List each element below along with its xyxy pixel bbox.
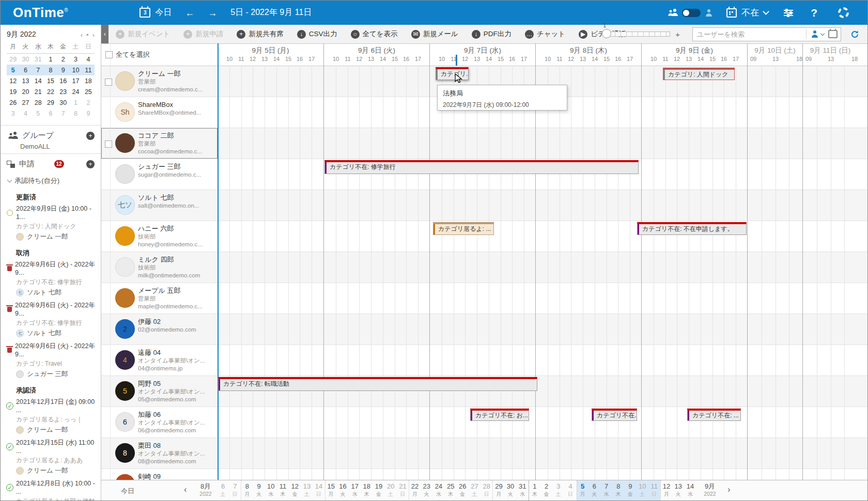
mini-calendar-day[interactable]: 28 (32, 99, 44, 106)
mini-calendar-prev[interactable]: ‹ (81, 31, 83, 39)
bottom-date-cell[interactable]: 8 木 (612, 480, 624, 501)
bottom-date-cell[interactable]: 21 日 (397, 480, 409, 501)
mini-calendar-day[interactable]: 4 (19, 110, 32, 117)
bottom-date-cell[interactable]: 12 金 (289, 480, 301, 501)
new-request[interactable]: + 新規申請 (183, 29, 223, 39)
mini-calendar-next[interactable]: › (92, 31, 95, 39)
bottom-date-cell[interactable]: 10 土 (637, 480, 648, 501)
new-shared-seat[interactable]: + 新規共有席 (237, 29, 284, 39)
zoom-slider-knob[interactable] (602, 29, 611, 38)
mini-calendar-day[interactable]: 20 (19, 88, 32, 96)
help-button[interactable]: ? (811, 7, 817, 19)
mini-calendar-day[interactable]: 18 (82, 77, 95, 85)
mini-calendar-day[interactable]: 13 (19, 77, 32, 85)
mini-calendar-day[interactable]: 4 (82, 56, 95, 63)
mini-calendar-day[interactable]: 22 (44, 88, 57, 96)
mini-calendar-day[interactable]: 5 (7, 67, 19, 74)
calendar-event[interactable]: カテゴリ不在: お... (470, 409, 529, 421)
mini-calendar-day[interactable]: 31 (32, 56, 44, 63)
bottom-date-cell[interactable]: 29 月 (492, 480, 504, 501)
request-item-date[interactable]: 2022年9月6日 (火) - 2022年9... (7, 260, 101, 276)
group-view-icon[interactable] (667, 9, 678, 17)
bottom-date-cell[interactable]: 16 火 (337, 480, 349, 501)
pending-approvals-toggle[interactable]: 承認待ち(自分) (8, 176, 101, 185)
mini-calendar-day[interactable]: 19 (7, 88, 19, 96)
request-item-date[interactable]: 2021年12月8日 (水) 10:00 - ... (7, 479, 101, 495)
calendar-event[interactable]: カテゴリ不在: ... (687, 409, 741, 421)
bottom-date-cell[interactable]: 1 木 (529, 480, 540, 501)
sidebar-collapse-button[interactable]: ‹ (101, 25, 109, 43)
zoom-slider[interactable]: 1 (603, 32, 670, 37)
bottom-date-cell[interactable]: 23 火 (421, 480, 432, 501)
mini-calendar-day[interactable]: 1 (69, 99, 82, 106)
bottom-date-cell[interactable]: 14 水 (684, 480, 696, 501)
mini-calendar-day[interactable]: 2 (82, 99, 95, 106)
mini-calendar-day[interactable]: 10 (69, 67, 82, 74)
add-request-button[interactable]: + (86, 160, 95, 168)
calendar-event[interactable]: カテゴリ不在: 転職活動 (218, 377, 537, 391)
calendar-event[interactable]: カテゴリ: 人間ドック (663, 68, 735, 80)
bottom-date-cell[interactable]: 7 日 (229, 480, 241, 501)
bottom-date-cell[interactable]: 4 日 (564, 480, 576, 501)
mini-calendar-day[interactable]: 2 (57, 56, 69, 63)
chat[interactable]: … チャット (525, 29, 565, 39)
mini-calendar-day[interactable]: 5 (32, 110, 44, 117)
bottom-date-cell[interactable]: 5 月 (577, 480, 588, 501)
mini-calendar-day[interactable]: 3 (69, 56, 82, 63)
bottom-date-cell[interactable]: 20 土 (385, 480, 397, 501)
calendar-event[interactable]: カテゴリ不在... (592, 409, 637, 421)
bottom-date-cell[interactable]: 17 水 (349, 480, 361, 501)
bottom-date-cell[interactable]: 6 火 (588, 480, 600, 501)
request-item-date[interactable]: 2022年9月6日 (火) - 2022年9... (7, 301, 101, 317)
calendar-event[interactable]: カテゴリ不在: 不在申請します。 (637, 222, 747, 235)
request-item-date[interactable]: 2021年12月17日 (金) 09:00 ... (7, 398, 101, 414)
zoom-in-button[interactable]: + (675, 30, 680, 39)
mini-calendar-day[interactable]: 3 (7, 110, 19, 117)
mini-calendar-day[interactable]: 21 (32, 88, 44, 96)
bottom-date-cell[interactable]: 12 月 (660, 480, 672, 501)
new-mail[interactable]: ✉ 新規メール (411, 29, 458, 39)
bottom-date-cell[interactable]: 3 土 (552, 480, 564, 501)
bottom-date-cell[interactable]: 6 土 (217, 480, 229, 501)
next-period-button[interactable]: → (208, 8, 217, 18)
bottom-date-cell[interactable]: 9 金 (624, 480, 636, 501)
bottom-date-cell[interactable]: 10 水 (265, 480, 277, 501)
request-item-date[interactable]: 2021年12月15日 (水) 11:00 ... (7, 439, 101, 455)
bottom-date-cell[interactable]: 15 月 (325, 480, 337, 501)
mini-calendar-day[interactable]: 17 (69, 77, 82, 85)
mini-calendar-day[interactable]: 7 (32, 67, 44, 74)
mini-calendar-day[interactable]: 7 (57, 110, 69, 117)
bottom-today-button[interactable]: 今日 (121, 487, 134, 496)
bottom-date-cell[interactable]: 2 金 (540, 480, 552, 501)
bottom-date-cell[interactable]: 24 水 (432, 480, 444, 501)
zoom-out-button[interactable]: - (595, 30, 598, 39)
bottom-date-cell[interactable]: 18 木 (361, 480, 373, 501)
mini-calendar-day[interactable]: 27 (19, 99, 32, 106)
mini-calendar-day[interactable]: 29 (44, 99, 57, 106)
search-calendar-filter-icon[interactable] (828, 30, 838, 38)
bottom-date-cell[interactable]: 19 金 (373, 480, 384, 501)
new-event[interactable]: + 新規イベント (116, 29, 170, 39)
mini-calendar-day[interactable]: 11 (82, 67, 95, 74)
mini-calendar-day[interactable]: 9 (82, 110, 95, 117)
refresh-button[interactable] (850, 30, 859, 39)
bottom-date-cell[interactable]: 11 木 (277, 480, 289, 501)
request-item-date[interactable]: 2022年9月6日 (火) - 2022年9... (7, 342, 101, 358)
add-group-button[interactable]: + (86, 132, 95, 140)
view-toggle[interactable] (682, 9, 701, 17)
request-item-date[interactable]: 2022年9月9日 (金) 10:00 - 1... (7, 205, 101, 221)
view-mode-selector[interactable]: 不在 (726, 7, 768, 19)
bottom-date-cell[interactable]: 22 月 (409, 480, 421, 501)
mini-calendar-day[interactable]: 12 (7, 77, 19, 85)
mini-calendar-day[interactable]: 6 (19, 67, 32, 74)
bottom-prev-arrow[interactable]: ‹ (184, 484, 187, 495)
mini-calendar-day[interactable]: 1 (44, 56, 57, 63)
mini-calendar-day[interactable]: 9 (57, 67, 69, 74)
bottom-date-cell[interactable]: 25 木 (445, 480, 457, 501)
mini-calendar-day[interactable]: 8 (44, 67, 57, 74)
mini-calendar-day[interactable]: 24 (69, 88, 82, 96)
bottom-date-cell[interactable]: 7 水 (600, 480, 612, 501)
bottom-date-cell[interactable]: 30 火 (505, 480, 517, 501)
calendar-event[interactable]: カテゴリ居るよ: ... (433, 222, 494, 235)
gear-icon[interactable] (838, 7, 849, 18)
